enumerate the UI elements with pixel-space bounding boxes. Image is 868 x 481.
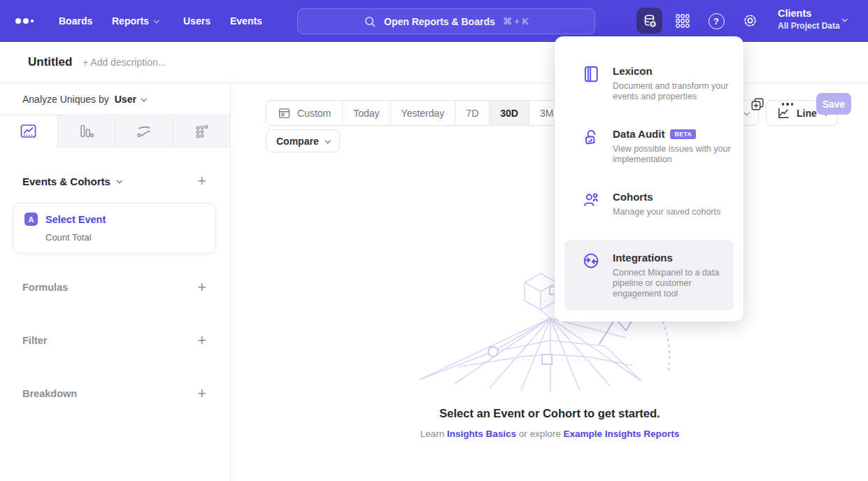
nav-events[interactable]: Events	[230, 0, 262, 42]
lexicon-title: Lexicon	[613, 64, 653, 78]
gear-icon	[741, 12, 759, 29]
event-aggregation-dropdown[interactable]: Count Total	[45, 232, 204, 243]
lexicon-book-icon	[582, 65, 600, 83]
integrations-sync-icon	[582, 252, 600, 270]
chevron-down-icon	[116, 178, 122, 183]
range-30d-label: 30D	[500, 108, 518, 119]
breakdown-label: Breakdown	[22, 388, 77, 399]
settings-button[interactable]	[741, 12, 759, 29]
empty-state-links: Learn Insights Basics or explore Example…	[232, 429, 868, 439]
events-cohorts-toggle[interactable]: Events & Cohorts	[22, 175, 121, 187]
duplicate-report-button[interactable]	[749, 96, 766, 113]
beta-badge: BETA	[670, 129, 696, 139]
example-reports-link[interactable]: Example Insights Reports	[564, 429, 680, 439]
range-custom-label: Custom	[297, 108, 331, 119]
range-7d-label: 7D	[466, 108, 478, 119]
events-cohorts-label: Events & Cohorts	[22, 175, 111, 187]
chevron-down-icon	[841, 16, 847, 22]
data-audit-title: Data Audit	[613, 127, 664, 141]
nav-events-label: Events	[230, 15, 262, 27]
data-management-menu: Lexicon Document and transform your even…	[555, 36, 744, 322]
add-breakdown-button[interactable]: +	[197, 386, 206, 401]
range-today-label: Today	[353, 108, 379, 119]
menu-item-lexicon[interactable]: Lexicon Document and transform your even…	[555, 52, 744, 115]
nav-users-label: Users	[183, 15, 211, 27]
menu-item-integrations[interactable]: Integrations Connect Mixpanel to a data …	[564, 240, 734, 310]
integrations-description: Connect Mixpanel to a data pipeline or c…	[613, 268, 737, 299]
line-chart-tab-icon	[20, 124, 36, 138]
compare-label: Compare	[276, 136, 319, 147]
tab-bar-chart[interactable]	[57, 115, 115, 148]
compare-button[interactable]: Compare	[266, 129, 340, 152]
more-options-button[interactable]	[778, 96, 797, 113]
copy-plus-icon	[750, 96, 765, 112]
apps-grid-icon	[674, 13, 691, 29]
chevron-down-icon	[325, 138, 330, 143]
range-yesterday-button[interactable]: Yesterday	[390, 101, 455, 125]
calendar-icon	[278, 106, 291, 120]
data-audit-description: View possible issues with your implement…	[613, 144, 737, 165]
global-search-input[interactable]: Open Reports & Boards ⌘ + K	[297, 8, 595, 34]
range-3m-label: 3M	[540, 108, 553, 119]
chart-type-tabs	[0, 115, 230, 148]
add-filter-button[interactable]: +	[197, 333, 206, 348]
metrics-grid-tab-icon	[194, 124, 210, 139]
workspace-switcher[interactable]: Clients All Project Data	[778, 7, 840, 31]
event-letter-badge: A	[24, 213, 38, 226]
filter-label: Filter	[22, 335, 47, 346]
events-cohorts-header: Events & Cohorts +	[0, 173, 230, 189]
analyze-uniques-row: Analyze Uniques by User	[0, 83, 230, 115]
search-icon	[364, 15, 376, 28]
explore-middle: or explore	[519, 429, 561, 439]
integrations-title: Integrations	[613, 251, 673, 265]
cohorts-people-icon	[582, 191, 600, 209]
analyze-label: Analyze Uniques by	[22, 94, 109, 105]
workspace-name: Clients	[778, 7, 840, 20]
chart-type-label: Line	[797, 108, 817, 119]
nav-boards-label: Boards	[59, 15, 92, 27]
chevron-down-icon	[141, 96, 146, 101]
filter-section: Filter +	[22, 333, 206, 348]
data-audit-icon	[582, 128, 600, 146]
search-shortcut: ⌘ + K	[503, 16, 529, 27]
tab-flow-chart[interactable]	[115, 115, 173, 148]
save-button[interactable]: Save	[816, 93, 851, 115]
search-placeholder: Open Reports & Boards	[384, 16, 495, 27]
cohorts-description: Manage your saved cohorts	[613, 207, 737, 217]
insights-basics-link[interactable]: Insights Basics	[447, 429, 516, 439]
formulas-label: Formulas	[22, 282, 68, 293]
add-event-button[interactable]: +	[197, 173, 206, 189]
analyze-entity-dropdown[interactable]: User	[115, 94, 145, 105]
nav-boards[interactable]: Boards	[59, 0, 92, 42]
help-button[interactable]: ?	[708, 13, 725, 29]
tab-line-chart[interactable]	[0, 115, 57, 148]
event-card[interactable]: A Select Event Count Total	[13, 203, 216, 254]
breakdown-section: Breakdown +	[22, 386, 206, 401]
apps-grid-button[interactable]	[674, 13, 691, 29]
select-event-button[interactable]: Select Event	[45, 214, 106, 225]
nav-reports[interactable]: Reports	[112, 0, 158, 42]
mixpanel-logo-icon[interactable]	[15, 18, 34, 24]
chart-area: Custom Today Yesterday 7D 30D 3M 6M 12M …	[232, 83, 868, 481]
range-30d-button[interactable]: 30D	[489, 101, 529, 125]
add-formula-button[interactable]: +	[197, 280, 206, 295]
analyze-entity-value: User	[115, 94, 136, 105]
nav-reports-label: Reports	[112, 15, 149, 27]
insights-report-screen: Boards Reports Users Events Open Reports…	[0, 0, 868, 481]
query-builder-sidebar: Analyze Uniques by User	[0, 83, 231, 481]
menu-item-data-audit[interactable]: Data Audit BETA View possible issues wit…	[555, 115, 744, 178]
chevron-down-icon	[153, 17, 159, 23]
workspace-project: All Project Data	[778, 20, 840, 31]
range-today-button[interactable]: Today	[342, 101, 390, 125]
data-management-button[interactable]	[636, 8, 662, 34]
menu-item-cohorts[interactable]: Cohorts Manage your saved cohorts	[555, 178, 744, 230]
report-title[interactable]: Untitled	[28, 42, 72, 82]
tab-metrics-grid[interactable]	[173, 115, 231, 148]
report-description-placeholder[interactable]: + Add description...	[83, 42, 166, 82]
range-7d-button[interactable]: 7D	[455, 101, 489, 125]
lexicon-description: Document and transform your events and p…	[613, 81, 737, 102]
empty-state-title: Select an Event or Cohort to get started…	[232, 407, 868, 420]
range-custom-button[interactable]: Custom	[266, 101, 342, 125]
nav-users[interactable]: Users	[183, 0, 211, 42]
top-navigation-bar: Boards Reports Users Events Open Reports…	[0, 0, 868, 42]
